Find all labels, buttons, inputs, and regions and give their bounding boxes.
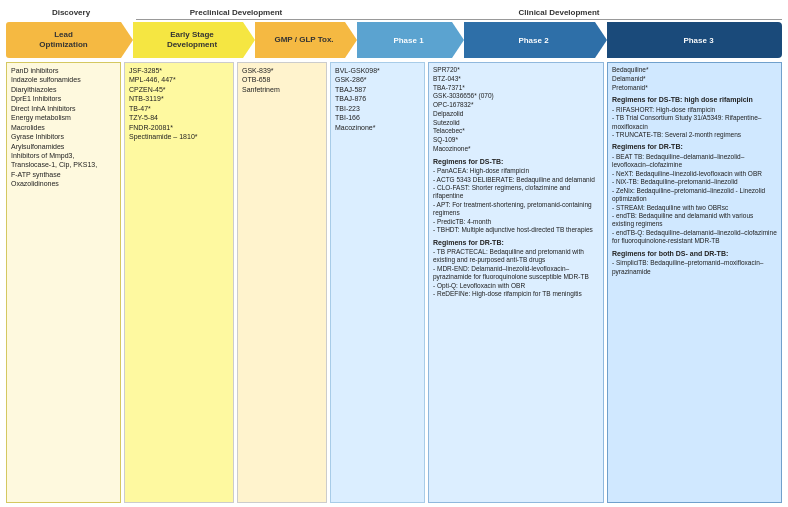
col-early: JSF-3285*MPL-446, 447*CPZEN-45*NTB-3119*…	[124, 62, 234, 503]
phase3-dr-regimens: - BEAT TB: Bedaquiline–delamanid–linezol…	[612, 153, 777, 246]
phase2-label: Phase 2	[518, 36, 548, 45]
phase2-dr-title: Regimens for DR-TB:	[433, 238, 599, 247]
early-label: Early StageDevelopment	[167, 30, 217, 49]
early-content: JSF-3285*MPL-446, 447*CPZEN-45*NTB-3119*…	[124, 62, 234, 503]
content-row: PanD inhibitorsIndazole sulfonamidesDiar…	[6, 62, 782, 503]
phase3-box: Phase 3	[607, 22, 782, 58]
phase3-content: Bedaquiline*Delamanid*Pretomanid* Regime…	[607, 62, 782, 503]
col-lead: PanD inhibitorsIndazole sulfonamidesDiar…	[6, 62, 121, 503]
header-preclinical: Preclinical Development	[136, 8, 336, 20]
col-phase1: BVL-GSK098*GSK-286*TBAJ-587TBAJ-876TBI-2…	[330, 62, 425, 503]
phase2-dr-regimens: - TB PRACTECAL: Bedaquiline and pretoman…	[433, 248, 599, 299]
lead-content: PanD inhibitorsIndazole sulfonamidesDiar…	[6, 62, 121, 503]
pipeline-row: LeadOptimization Early StageDevelopment …	[6, 22, 782, 58]
lead-label: LeadOptimization	[39, 30, 87, 49]
main-container: Discovery Preclinical Development Clinic…	[0, 0, 788, 507]
phase2-content: SPR720*BTZ-043*TBA-7371*GSK-3036656* (07…	[428, 62, 604, 503]
col-phase3: Bedaquiline*Delamanid*Pretomanid* Regime…	[607, 62, 782, 503]
gmp-drug: GSK-839*OTB-658Sanfetrinem	[242, 67, 280, 93]
phase3-ds-regimens: - RIFASHORT: High-dose rifampicin - TB T…	[612, 106, 777, 140]
phase2-box: Phase 2	[464, 22, 595, 58]
gmp-box: GMP / GLP Tox.	[255, 22, 345, 58]
lead-drug: PanD inhibitorsIndazole sulfonamidesDiar…	[11, 67, 97, 187]
phase1-content: BVL-GSK098*GSK-286*TBAJ-587TBAJ-876TBI-2…	[330, 62, 425, 503]
phase3-ds-title: Regimens for DS-TB: high dose rifampicin	[612, 95, 777, 104]
gmp-content: GSK-839*OTB-658Sanfetrinem	[237, 62, 327, 503]
phase1-drug: BVL-GSK098*GSK-286*TBAJ-587TBAJ-876TBI-2…	[335, 67, 380, 131]
phase1-box: Phase 1	[357, 22, 452, 58]
phase2-drugs: SPR720*BTZ-043*TBA-7371*GSK-3036656* (07…	[433, 66, 494, 152]
header-row: Discovery Preclinical Development Clinic…	[6, 8, 782, 20]
early-stage-box: Early StageDevelopment	[133, 22, 243, 58]
early-drug: JSF-3285*MPL-446, 447*CPZEN-45*NTB-3119*…	[129, 67, 198, 140]
header-clinical: Clinical Development	[336, 8, 782, 20]
header-discovery: Discovery	[6, 8, 136, 20]
phase2-ds-title: Regimens for DS-TB:	[433, 157, 599, 166]
lead-optimization-box: LeadOptimization	[6, 22, 121, 58]
phase1-label: Phase 1	[393, 36, 423, 45]
phase3-dr-title: Regimens for DR-TB:	[612, 142, 777, 151]
phase3-label: Phase 3	[683, 36, 713, 45]
gmp-label: GMP / GLP Tox.	[274, 35, 333, 45]
phase2-ds-regimens: - PanACEA: High-dose rifampicin - ACTG 5…	[433, 167, 599, 235]
col-phase2: SPR720*BTZ-043*TBA-7371*GSK-3036656* (07…	[428, 62, 604, 503]
col-gmp: GSK-839*OTB-658Sanfetrinem	[237, 62, 327, 503]
phase3-both-title: Regimens for both DS- and DR-TB:	[612, 249, 777, 258]
phase3-drugs: Bedaquiline*Delamanid*Pretomanid*	[612, 66, 649, 91]
phase3-both-regimens: - SimpliciTB: Bedaquiline–pretomanid–mox…	[612, 259, 777, 276]
